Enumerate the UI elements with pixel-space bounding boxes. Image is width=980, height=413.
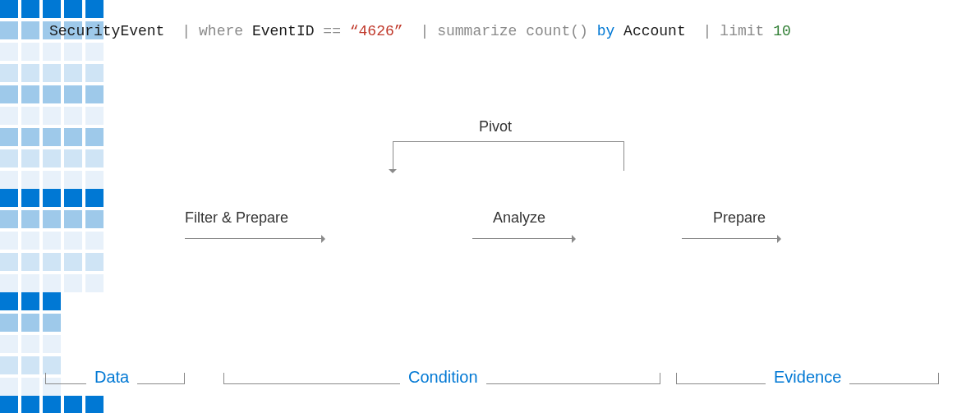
grid-cell — [0, 43, 18, 61]
kql-query: SecurityEvent |where EventID == “4626” |… — [49, 23, 931, 39]
grid-cell — [85, 107, 104, 125]
grid-cell — [43, 274, 61, 292]
grid-cell — [85, 85, 104, 103]
grid-cell — [85, 0, 104, 18]
grid-cell — [85, 64, 104, 82]
grid-cell — [64, 396, 82, 413]
grid-cell — [43, 314, 61, 332]
query-token: by — [597, 23, 615, 39]
query-token: | — [182, 23, 191, 39]
label-pivot: Pivot — [479, 118, 512, 135]
grid-cell — [85, 149, 104, 167]
grid-cell — [43, 396, 61, 413]
grid-cell — [85, 253, 104, 271]
grid-cell — [43, 128, 61, 146]
grid-cell — [21, 396, 39, 413]
grid-cell — [21, 378, 39, 396]
grid-cell — [0, 85, 18, 103]
grid-cell — [0, 356, 18, 374]
grid-cell — [85, 128, 104, 146]
group-label-condition: Condition — [400, 368, 486, 387]
pivot-connector — [393, 141, 623, 142]
grid-cell — [85, 43, 104, 61]
grid-cell — [21, 314, 39, 332]
grid-cell — [0, 314, 18, 332]
grid-cell — [64, 210, 82, 228]
grid-cell — [21, 43, 39, 61]
query-token: | — [703, 23, 712, 39]
grid-condition-a — [0, 189, 980, 292]
grid-cell — [64, 0, 82, 18]
grid-cell — [64, 171, 82, 189]
grid-cell — [21, 232, 39, 250]
query-token: summarize — [437, 23, 517, 39]
grid-cell — [43, 0, 61, 18]
grid-cell — [43, 292, 61, 310]
grid-cell — [85, 171, 104, 189]
label-analyze: Analyze — [493, 209, 545, 227]
grid-cell — [21, 253, 39, 271]
grid-cell — [21, 335, 39, 353]
grid-cell — [0, 149, 18, 167]
grid-cell — [0, 253, 18, 271]
group-label-data: Data — [86, 368, 137, 387]
grid-cell — [43, 171, 61, 189]
label-filter-prepare: Filter & Prepare — [185, 209, 288, 227]
grid-cell — [0, 189, 18, 207]
grid-cell — [43, 64, 61, 82]
grid-cell — [43, 85, 61, 103]
grid-cell — [0, 107, 18, 125]
pivot-connector — [623, 141, 624, 171]
arrow-right-icon — [472, 238, 575, 239]
grid-cell — [64, 85, 82, 103]
grid-cell — [85, 189, 104, 207]
grid-cell — [64, 189, 82, 207]
grid-cell — [0, 171, 18, 189]
arrow-right-icon — [185, 238, 324, 239]
query-token: EventID — [252, 23, 315, 39]
query-token: where — [199, 23, 243, 39]
query-token: == — [323, 23, 341, 39]
grid-cell — [43, 43, 61, 61]
grid-cell — [21, 356, 39, 374]
grid-cell — [64, 107, 82, 125]
grid-cell — [0, 274, 18, 292]
grid-cell — [85, 232, 104, 250]
grid-cell — [21, 149, 39, 167]
grid-cell — [43, 253, 61, 271]
grid-cell — [43, 210, 61, 228]
grid-cell — [21, 292, 39, 310]
grid-cell — [0, 232, 18, 250]
grid-cell — [64, 232, 82, 250]
grid-cell — [43, 189, 61, 207]
grid-cell — [0, 128, 18, 146]
grid-evidence — [0, 396, 980, 413]
grid-cell — [85, 274, 104, 292]
grid-cell — [64, 64, 82, 82]
query-token: count() — [526, 23, 588, 39]
grid-cell — [21, 210, 39, 228]
group-label-evidence: Evidence — [766, 368, 849, 387]
query-token: 10 — [773, 23, 791, 39]
grid-cell — [43, 149, 61, 167]
grid-cell — [0, 292, 18, 310]
grid-cell — [43, 107, 61, 125]
grid-cell — [85, 210, 104, 228]
grid-cell — [0, 378, 18, 396]
grid-cell — [21, 171, 39, 189]
query-token: Account — [623, 23, 686, 39]
grid-cell — [21, 21, 39, 39]
pivot-connector — [393, 141, 393, 171]
grid-cell — [43, 356, 61, 374]
grid-cell — [0, 64, 18, 82]
grid-cell — [21, 64, 39, 82]
grid-cell — [43, 232, 61, 250]
grid-cell — [0, 396, 18, 413]
grid-cell — [21, 189, 39, 207]
grid-cell — [85, 396, 104, 413]
grid-cell — [0, 0, 18, 18]
grid-cell — [64, 128, 82, 146]
grid-cell — [21, 85, 39, 103]
grid-cell — [0, 21, 18, 39]
arrow-right-icon — [682, 238, 780, 239]
